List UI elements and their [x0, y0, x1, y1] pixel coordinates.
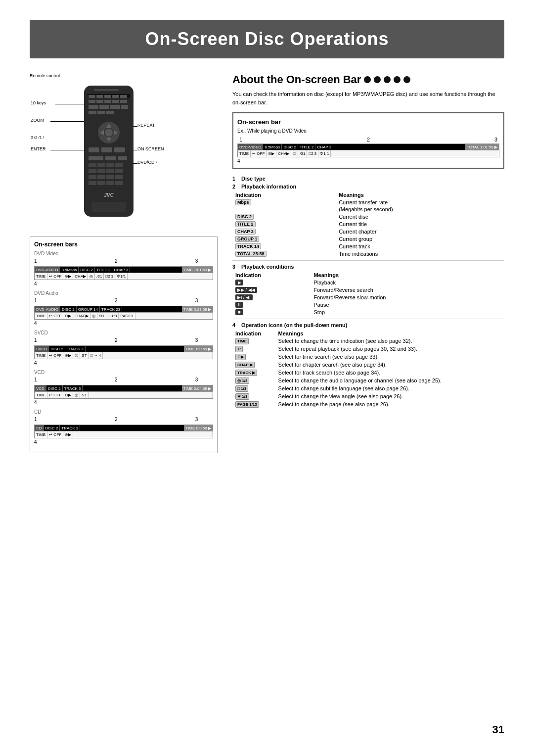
onscreen-bars-section: On-screen bars DVD Video 1 2 3 DVD-VIDEO…: [30, 236, 218, 453]
svg-rect-29: [114, 147, 125, 152]
svg-rect-13: [89, 105, 98, 109]
cd-type: CD: [35, 425, 44, 431]
svcd-disc: DISC 2: [49, 346, 65, 352]
table-row: TITLE 2 Current title: [232, 220, 504, 228]
divider2: [232, 319, 504, 319]
cd-bar2: TIME ↩ OFF ⊙▶: [34, 431, 213, 438]
rb-total-time: TOTAL 1:01:58 ▶: [465, 144, 499, 150]
svcd-type: SVCD: [35, 346, 49, 352]
rb2-sub: □2 3: [307, 150, 318, 157]
annot-zoom: ZOOM: [31, 118, 44, 123]
num2-s: 2: [115, 337, 118, 343]
svg-rect-39: [106, 169, 114, 173]
bar-n3: 3: [494, 137, 497, 142]
svg-point-26: [105, 129, 113, 137]
rb2-cha: CHA▶: [276, 150, 291, 157]
num1-s: 1: [34, 337, 37, 343]
table-row: ⊙▶ Select for time search (see also page…: [232, 353, 504, 361]
left-column: Remote control 10 keys ZOOM ENTER REPEAT…: [30, 73, 218, 453]
num2-c: 2: [115, 417, 118, 422]
table-row: ▶▶ / ◀◀ Forward/Reverse search: [232, 286, 504, 293]
svg-rect-19: [106, 111, 114, 114]
op-page-mean: Select to change the page (see also page…: [275, 400, 504, 408]
op-badge-subtitle: □ 1/3: [235, 385, 248, 392]
annot-numbers: 3 /2 /1 /: [31, 135, 44, 140]
svg-rect-43: [106, 175, 114, 179]
svg-rect-9: [96, 100, 103, 103]
ex-label: Ex.: While playing a DVD Video: [237, 128, 499, 134]
op-badge-chap: CHAP ▶: [235, 362, 255, 368]
num2-v: 2: [115, 377, 118, 382]
about-title-text: About the On-screen Bar: [232, 73, 361, 86]
dvd-title: TITLE 2: [95, 267, 112, 273]
svg-rect-15: [110, 105, 120, 109]
playback-num: 2: [232, 184, 238, 189]
dvda-track: TRACK 23: [100, 306, 122, 312]
meaning-chap: Current chapter: [336, 228, 504, 235]
cd-track: TRACK 3: [60, 425, 80, 431]
svg-rect-35: [106, 163, 114, 167]
svg-rect-11: [112, 100, 119, 103]
dot2: [374, 76, 381, 83]
right-bar-4: 4: [237, 158, 499, 164]
dvda-group: GROUP 14: [77, 306, 100, 312]
cd-bar1: CD DISC 2 TRACK 3 TIME 0:0:58 ▶: [34, 425, 213, 431]
cd-label: CD: [34, 409, 213, 415]
vcd-disc: DISC 2: [46, 385, 63, 391]
vcd-section: VCD 1 2 3 VCD DISC 2 TRACK 3 TIME 0:04:5…: [34, 370, 213, 405]
svg-rect-16: [121, 105, 128, 109]
op-badge-time: TIME: [235, 338, 249, 344]
rb-title: TITLE 2: [298, 144, 315, 150]
op-label: Operation icons (on the pull-down menu): [241, 322, 348, 328]
badge-chap3: CHAP 3: [235, 229, 256, 235]
meaning-mbps2: (Megabits per second): [336, 206, 504, 213]
vcd-bar2: TIME ↩ OFF ⊙▶ ◎ ST: [34, 392, 213, 399]
divider1: [232, 260, 504, 261]
dvd-time: TIME 1:01:53 ▶: [182, 267, 213, 273]
ba-trac: TRAC▶: [73, 313, 90, 319]
dot5: [403, 76, 410, 83]
vcd-label: VCD: [34, 370, 213, 375]
rb2-angle: ✲1 1: [318, 150, 331, 157]
pb-cond-num: 3: [232, 264, 238, 270]
right-bar-row1: DVD-VIDEO 8.5Mbps DISC 2 TITLE 2 CHAP 3 …: [237, 143, 499, 150]
ba-31: /31: [97, 313, 106, 319]
right-bar-row2: TIME ↩ OFF ⊙▶ CHA▶ ◎ /31 □2 3 ✲1 1: [237, 150, 499, 157]
pb-th-ind: Indication: [232, 272, 311, 279]
dot3: [384, 76, 391, 83]
badge-group1: GROUP 1: [235, 236, 259, 242]
table-row: ↩ Select to repeat playback (see also pa…: [232, 345, 504, 353]
page-container: On-Screen Disc Operations Remote control…: [0, 0, 534, 756]
icon-pause: II: [235, 302, 243, 308]
rb-disc: DISC 2: [282, 144, 298, 150]
svg-rect-50: [91, 202, 126, 212]
num2: 2: [115, 258, 118, 264]
table-row: Mbps Current transfer rate: [232, 198, 504, 206]
pb-cond-label: Playback conditions: [241, 264, 294, 270]
svg-rect-37: [89, 169, 96, 173]
th-indication: Indication: [232, 191, 336, 198]
num2-a: 2: [115, 298, 118, 303]
vcd-time: TIME 0:04:58 ▶: [182, 385, 213, 391]
annot-10keys: 10 keys: [31, 100, 46, 105]
op-chap-mean: Select for chapter search (see also page…: [275, 361, 504, 369]
br2-sub: □2 3: [104, 273, 115, 280]
op-badge-track: TRACK ▶: [235, 370, 257, 376]
icon-play: ▶: [235, 280, 243, 285]
num3-v: 3: [195, 377, 198, 382]
num1-a: 1: [34, 298, 37, 303]
rb2-off: ↩ OFF: [251, 150, 267, 157]
br2-time: TIME: [35, 273, 47, 280]
svg-rect-47: [106, 181, 114, 185]
num1-c: 1: [34, 417, 37, 422]
dot1: [364, 76, 371, 83]
op-badge-page: PAGE 1/15: [235, 401, 259, 408]
onscreen-bar-box: On-screen bar Ex.: While playing a DVD V…: [232, 112, 504, 169]
num3-c: 3: [195, 417, 198, 422]
num3-s: 3: [195, 337, 198, 343]
table-row: ■ Stop: [232, 308, 504, 316]
meaning-title: Current title: [336, 220, 504, 228]
svg-rect-44: [115, 175, 123, 179]
svg-rect-28: [101, 147, 112, 152]
svg-rect-46: [97, 181, 105, 185]
